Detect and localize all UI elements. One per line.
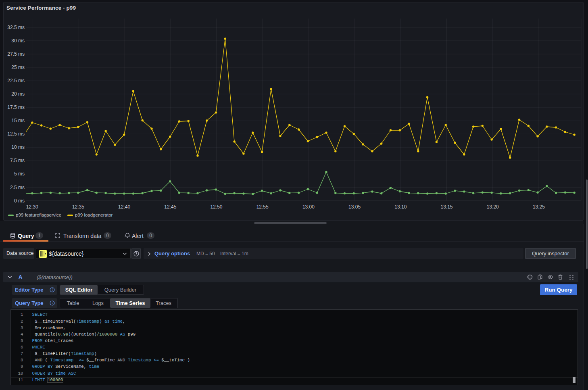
svg-text:10 ms: 10 ms — [11, 144, 25, 150]
svg-text:7.5 ms: 7.5 ms — [10, 158, 25, 163]
svg-text:13:10: 13:10 — [394, 204, 407, 210]
svg-text:12.5 ms: 12.5 ms — [7, 131, 25, 137]
svg-text:13:15: 13:15 — [440, 204, 452, 210]
svg-text:13:25: 13:25 — [533, 204, 545, 210]
svg-text:12:55: 12:55 — [256, 204, 269, 210]
svg-text:17.5 ms: 17.5 ms — [7, 104, 25, 110]
svg-text:25 ms: 25 ms — [11, 65, 25, 70]
svg-text:0 ms: 0 ms — [14, 198, 25, 204]
svg-text:5 ms: 5 ms — [14, 171, 25, 177]
svg-text:13:05: 13:05 — [348, 204, 361, 210]
svg-text:27.5 ms: 27.5 ms — [7, 51, 25, 57]
svg-text:13:00: 13:00 — [302, 204, 315, 210]
svg-text:12:45: 12:45 — [164, 204, 176, 210]
svg-text:22.5 ms: 22.5 ms — [7, 78, 25, 83]
svg-text:2.5 ms: 2.5 ms — [10, 185, 25, 190]
svg-text:32.5 ms: 32.5 ms — [7, 25, 25, 30]
svg-text:13:20: 13:20 — [487, 204, 499, 210]
svg-text:12:40: 12:40 — [118, 204, 130, 210]
svg-text:30 ms: 30 ms — [11, 38, 25, 44]
svg-text:20 ms: 20 ms — [11, 91, 25, 97]
svg-text:12:30: 12:30 — [26, 204, 38, 210]
svg-text:12:35: 12:35 — [72, 204, 84, 210]
svg-text:15 ms: 15 ms — [11, 118, 25, 123]
svg-text:12:50: 12:50 — [210, 204, 222, 210]
